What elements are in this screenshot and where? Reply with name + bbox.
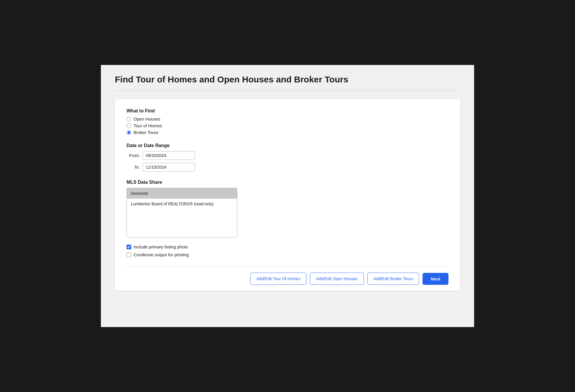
date-from-row: From: (127, 151, 448, 160)
mls-section: MLS Data Share Demomls Lumberton Board o… (127, 180, 448, 237)
mls-label: MLS Data Share (127, 180, 448, 185)
header-divider (115, 91, 460, 91)
radio-tour-of-homes-input[interactable] (127, 123, 131, 128)
add-edit-tour-button[interactable]: Add/Edit Tour Of Homes (250, 273, 306, 285)
radio-open-houses-label: Open Houses (134, 116, 160, 121)
checkbox-condense-output-label: Condense output for printing (134, 252, 189, 257)
radio-open-houses[interactable]: Open Houses (127, 116, 448, 121)
date-to-row: To: (127, 163, 448, 172)
to-label: To: (127, 165, 140, 169)
date-from-input[interactable] (143, 151, 195, 160)
checkbox-include-photo-label: Include primary listing photo (134, 244, 188, 249)
date-section: Date or Date Range From: To: (127, 143, 448, 172)
from-label: From: (127, 153, 140, 158)
radio-broker-tours-label: Broker Tours (134, 130, 158, 135)
mls-option-demomls[interactable]: Demomls (127, 188, 237, 199)
checkbox-include-photo-input[interactable] (127, 245, 131, 249)
radio-tour-of-homes[interactable]: Tour of Homes (127, 123, 448, 128)
mls-listbox[interactable]: Demomls Lumberton Board of REALTORS® (re… (127, 188, 237, 237)
checkbox-condense-output-input[interactable] (127, 252, 131, 257)
what-to-find-label: What to Find (127, 108, 448, 114)
radio-broker-tours[interactable]: Broker Tours (127, 130, 448, 135)
add-edit-open-houses-button[interactable]: Add/Edit Open Houses (310, 273, 364, 285)
card-footer: Add/Edit Tour Of Homes Add/Edit Open Hou… (127, 266, 448, 291)
radio-open-houses-input[interactable] (127, 117, 131, 121)
radio-broker-tours-input[interactable] (127, 130, 131, 135)
checkbox-condense-output[interactable]: Condense output for printing (127, 252, 448, 257)
next-button[interactable]: Next (423, 273, 448, 285)
radio-tour-of-homes-label: Tour of Homes (134, 123, 162, 128)
main-card: What to Find Open Houses Tour of Homes B… (115, 99, 460, 291)
what-to-find-group: Open Houses Tour of Homes Broker Tours (127, 116, 448, 135)
add-edit-broker-tours-button[interactable]: Add/Edit Broker Tours (367, 273, 419, 285)
mls-option-lumberton[interactable]: Lumberton Board of REALTORS® (read-only) (127, 199, 237, 209)
date-range-label: Date or Date Range (127, 143, 448, 148)
page-title: Find Tour of Homes and Open Houses and B… (115, 74, 460, 85)
checkbox-include-photo[interactable]: Include primary listing photo (127, 244, 448, 249)
date-to-input[interactable] (143, 163, 195, 172)
checkbox-group: Include primary listing photo Condense o… (127, 244, 448, 257)
